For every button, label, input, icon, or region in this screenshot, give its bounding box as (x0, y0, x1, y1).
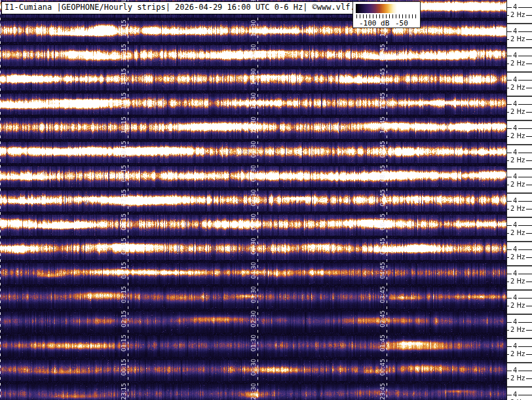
strip-separator-line (507, 289, 532, 291)
freq-tick-2hz: 2 Hz (507, 229, 532, 237)
tick-dash (526, 306, 532, 306)
strip-time-label: 01:45 (379, 333, 386, 353)
freq-tick-2hz: 2 Hz (507, 60, 532, 67)
tick-dash (526, 233, 532, 234)
colorbar-ticks (356, 14, 417, 18)
freq-tick-2hz-text: 2 Hz (509, 35, 526, 43)
freq-tick-2hz: 2 Hz (507, 302, 532, 310)
tick-dash (518, 371, 532, 371)
colorbar-min-label: -100 dB (359, 19, 389, 27)
freq-tick-2hz: 2 Hz (507, 326, 532, 334)
freq-tick-2hz: 2 Hz (507, 253, 532, 261)
strip-separator-line (507, 96, 532, 97)
tick-dash (518, 225, 532, 226)
tick-dash (507, 371, 512, 371)
tick-dash (526, 378, 532, 379)
freq-tick-2hz: 2 Hz (507, 278, 532, 285)
strip-time-label: 10:30 (250, 115, 257, 135)
freq-tick-4hz: 4 (507, 197, 532, 205)
colorbar-max-label: -50 (395, 19, 408, 27)
strip-time-label: 09:30 (250, 139, 257, 159)
strip-time-label: 12:30 (250, 67, 257, 86)
strip-time-label: 13:15 (121, 43, 127, 62)
strip-time-label: 12:45 (379, 67, 386, 86)
freq-tick-4hz: 4 (507, 3, 532, 11)
tick-dash (526, 330, 532, 331)
tick-dash (507, 56, 512, 56)
tick-dash (526, 112, 532, 113)
strip-separator-line (507, 314, 532, 315)
tick-dash (518, 104, 532, 105)
strip-time-label: 05:15 (121, 236, 127, 256)
strip-time-label: 10:15 (121, 115, 127, 135)
freq-tick-2hz-text: 2 Hz (509, 350, 526, 358)
tick-dash (526, 257, 532, 258)
strip-time-label: 14:30 (250, 18, 257, 38)
freq-tick-4hz-text: 4 (512, 100, 518, 108)
strip-time-label: 00:15 (121, 357, 127, 377)
strip-time-label: 06:45 (379, 212, 386, 232)
freq-tick-2hz-text: 2 Hz (509, 60, 526, 67)
strip-time-label: 02:45 (379, 309, 386, 329)
strip-separator-line (507, 241, 532, 242)
freq-tick-4hz: 4 (507, 76, 532, 84)
tick-dash (507, 104, 512, 105)
freq-tick-4hz-text: 4 (512, 76, 518, 84)
tick-dash (518, 395, 532, 395)
strip-time-label: 05:30 (250, 236, 257, 256)
freq-tick-4hz-text: 4 (512, 318, 518, 326)
freq-tick-4hz: 4 (507, 245, 532, 253)
strip-separator-line (507, 265, 532, 266)
strip-time-label: 04:15 (121, 261, 127, 280)
freq-tick-4hz-text: 4 (512, 52, 518, 60)
freq-tick-2hz: 2 Hz (507, 181, 532, 189)
tick-dash (526, 15, 532, 16)
tick-dash (518, 7, 532, 8)
strip-time-label: 11:30 (250, 91, 257, 111)
freq-tick-4hz-text: 4 (512, 3, 518, 11)
tick-dash (507, 153, 512, 153)
strip-time-label: 08:45 (379, 164, 386, 183)
strip-time-label: 23:15 (121, 382, 127, 400)
freq-tick-4hz: 4 (507, 294, 532, 302)
strip-time-label: 11:15 (121, 91, 127, 111)
freq-tick-2hz-text: 2 Hz (509, 253, 526, 261)
freq-tick-2hz: 2 Hz (507, 156, 532, 164)
freq-tick-4hz: 4 (507, 149, 532, 156)
tick-dash (518, 298, 532, 299)
tick-dash (518, 322, 532, 323)
strip-time-label: 04:30 (250, 261, 257, 280)
freq-tick-4hz: 4 (507, 52, 532, 60)
tick-dash (518, 201, 532, 202)
tick-dash (518, 80, 532, 81)
tick-dash (518, 177, 532, 177)
strip-time-label: 09:15 (121, 139, 127, 159)
tick-dash (526, 354, 532, 355)
frequency-axis-margin: 42 Hz42 Hz42 Hz42 Hz42 Hz42 Hz42 Hz42 Hz… (506, 0, 532, 400)
tick-dash (507, 225, 512, 226)
strip-separator-line (507, 386, 532, 388)
colorbar-gradient (356, 4, 417, 13)
tick-dash (518, 274, 532, 274)
strip-time-label: 01:30 (250, 333, 257, 353)
tick-dash (507, 80, 512, 81)
tick-dash (507, 201, 512, 202)
tick-dash (507, 322, 512, 323)
tick-dash (526, 136, 532, 137)
strip-time-label: 06:30 (250, 212, 257, 232)
tick-dash (526, 282, 532, 282)
strip-separator-line (507, 168, 532, 170)
strip-labels-layer: 15:1515:3015:4514:1514:3014:4513:1513:30… (0, 0, 532, 400)
freq-tick-4hz: 4 (507, 270, 532, 278)
strip-separator-line (507, 338, 532, 339)
strip-time-label: 00:45 (379, 357, 386, 377)
strip-time-label: 07:15 (121, 188, 127, 208)
freq-tick-2hz-text: 2 Hz (509, 181, 526, 189)
tick-dash (526, 39, 532, 40)
freq-tick-4hz: 4 (507, 342, 532, 350)
colorbar-legend: -100 dB -50 (352, 1, 421, 28)
strip-time-label: 07:30 (250, 188, 257, 208)
freq-tick-4hz: 4 (507, 100, 532, 108)
strip-separator-line (507, 120, 532, 121)
tick-dash (507, 298, 512, 299)
